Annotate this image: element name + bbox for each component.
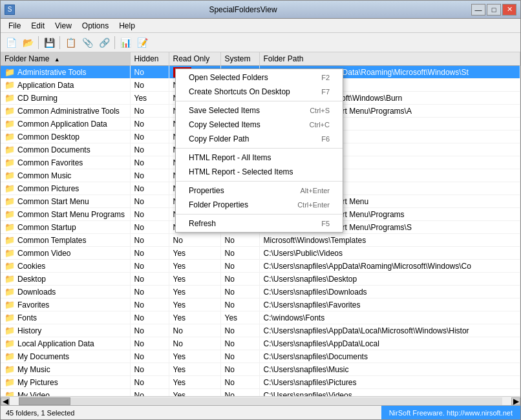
cell-name: Administrative Tools [1,66,130,79]
folder-icon: Cookies [5,261,45,271]
table-row[interactable]: HistoryNoNoNoC:\Users\snapfiles\AppData\… [1,324,520,337]
cell-path: C:\Users\snapfiles\Downloads [259,286,520,299]
cell-name: Common Pictures [1,182,130,195]
cell-system: No [220,260,259,273]
menu-edit[interactable]: Edit [26,19,50,32]
col-header-name[interactable]: Folder Name ▲ [1,52,130,66]
cell-path: C:\Users\snapfiles\AppData\Roaming\Micro… [259,260,520,273]
folder-icon: My Music [5,364,50,374]
col-header-path[interactable]: Folder Path [259,52,520,66]
context-menu-item-label: HTML Report - All Items [189,153,271,162]
table-row[interactable]: DesktopNoYesNoC:\Users\snapfiles\Desktop [1,273,520,286]
table-row[interactable]: My MusicNoYesNoC:\Users\snapfiles\Music [1,363,520,376]
status-right: NirSoft Freeware. http://www.nirsoft.net [381,406,520,419]
table-row[interactable]: Common TemplatesNoNoNoMicrosoft\Windows\… [1,234,520,247]
col-header-readonly[interactable]: Read Only [169,52,220,66]
context-menu-item-label: Refresh [189,219,216,228]
cell-name: Common Startup [1,221,130,234]
col-header-hidden[interactable]: Hidden [130,52,169,66]
context-menu-item-label: Folder Properties [189,200,248,209]
context-menu-item[interactable]: HTML Report - All Items [176,151,343,165]
table-row[interactable]: Common VideoNoYesNoC:\Users\Public\Video… [1,247,520,260]
cell-system: No [220,247,259,260]
table-row[interactable]: FontsNoYesYesC:\windows\Fonts [1,311,520,324]
context-menu-item[interactable]: Copy Selected ItemsCtrl+C [176,118,343,132]
table-row[interactable]: My DocumentsNoYesNoC:\Users\snapfiles\Do… [1,350,520,363]
cell-hidden: No [130,79,169,92]
toolbar-report[interactable]: 📊 [118,35,133,50]
scroll-track[interactable] [19,397,502,405]
table-row[interactable]: CookiesNoYesNoC:\Users\snapfiles\AppData… [1,260,520,273]
cell-system: Yes [220,311,259,324]
toolbar-link[interactable]: 🔗 [96,35,112,50]
cell-system: No [220,337,259,350]
menu-help[interactable]: Help [114,19,140,32]
cell-system: No [220,299,259,311]
context-menu-item-label: HTML Report - Selected Items [189,167,293,176]
toolbar-new[interactable]: 📄 [3,35,19,50]
cell-path: C:\windows\Fonts [259,311,520,324]
context-menu-item-label: Properties [189,186,224,195]
cell-path: C:\Users\snapfiles\AppData\Local\Microso… [259,324,520,337]
scroll-left-btn[interactable]: ◀ [1,397,10,405]
context-menu-item-label: Open Selected Folders [189,73,268,82]
cell-readonly: Yes [169,299,220,311]
context-menu-item[interactable]: Create Shortcuts On DesktopF7 [176,85,343,99]
table-row[interactable]: My PicturesNoYesNoC:\Users\snapfiles\Pic… [1,376,520,389]
col-header-system[interactable]: System [220,52,259,66]
menu-view[interactable]: View [50,19,77,32]
cell-hidden: No [130,208,169,221]
table-row[interactable]: FavoritesNoYesNoC:\Users\snapfiles\Favor… [1,299,520,311]
toolbar-paste[interactable]: 📎 [80,35,95,50]
cell-path: Microsoft\Windows\Templates [259,234,520,247]
toolbar-properties[interactable]: 📝 [134,35,150,50]
cell-system: No [220,286,259,299]
table-row[interactable]: DownloadsNoYesNoC:\Users\snapfiles\Downl… [1,286,520,299]
folder-icon: Common Desktop [5,132,80,142]
toolbar-copy[interactable]: 📋 [63,35,78,50]
cell-path: C:\Users\snapfiles\AppData\Local [259,337,520,350]
context-menu-item[interactable]: Open Selected FoldersF2 [176,70,343,85]
cell-readonly: No [169,324,220,337]
table-row[interactable]: My VideoNoYesNoC:\Users\snapfiles\Videos [1,389,520,397]
menu-options[interactable]: Options [77,19,114,32]
context-menu-item-shortcut: Ctrl+Enter [297,201,330,209]
cell-system: No [220,363,259,376]
context-menu-separator [176,181,343,182]
context-menu-item-shortcut: F7 [321,88,330,96]
cell-path: C:\Users\snapfiles\Documents [259,350,520,363]
cell-hidden: No [130,247,169,260]
main-window: S SpecialFoldersView — □ ✕ File Edit Vie… [0,0,521,420]
cell-path: C:\Users\snapfiles\Favorites [259,299,520,311]
minimize-button[interactable]: — [471,4,485,16]
toolbar-open[interactable]: 📂 [20,35,36,50]
table-row[interactable]: Local Application DataNoNoNoC:\Users\sna… [1,337,520,350]
toolbar-save[interactable]: 💾 [41,35,57,50]
title-bar-left: S [5,5,15,15]
menu-file[interactable]: File [3,19,26,32]
cell-readonly: Yes [169,247,220,260]
cell-hidden: No [130,118,169,131]
title-bar: S SpecialFoldersView — □ ✕ [1,1,520,19]
main-content: Folder Name ▲ Hidden Read Only System [1,52,520,405]
cell-name: Common Documents [1,143,130,156]
context-menu-item[interactable]: Save Selected ItemsCtrl+S [176,103,343,118]
horizontal-scrollbar[interactable]: ◀ ▶ [1,396,520,405]
folder-icon: Desktop [5,274,46,284]
maximize-button[interactable]: □ [487,4,501,16]
cell-readonly: Yes [169,376,220,389]
close-button[interactable]: ✕ [502,4,516,16]
cell-path: C:\Users\snapfiles\Desktop [259,273,520,286]
context-menu-item[interactable]: HTML Report - Selected Items [176,165,343,179]
cell-name: Common Video [1,247,130,260]
context-menu-item[interactable]: PropertiesAlt+Enter [176,184,343,198]
cell-readonly: Yes [169,363,220,376]
context-menu-item[interactable]: RefreshF5 [176,216,343,231]
folder-icon: Application Data [5,80,74,90]
folder-icon: Administrative Tools [5,67,87,77]
cell-name: Application Data [1,79,130,92]
context-menu-item[interactable]: Copy Folder PathF6 [176,132,343,146]
scroll-right-btn[interactable]: ▶ [511,397,520,405]
context-menu-item[interactable]: Folder PropertiesCtrl+Enter [176,198,343,212]
scroll-thumb[interactable] [19,397,70,405]
